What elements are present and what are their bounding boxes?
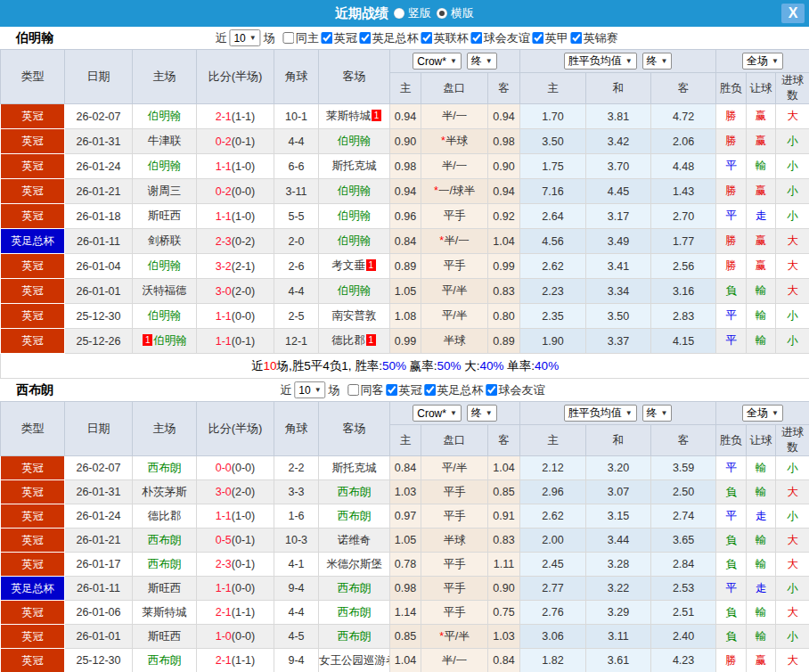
league-filter-4[interactable]: 球会友谊 xyxy=(471,30,530,46)
radio-checked-icon[interactable] xyxy=(437,8,447,19)
match-count-select[interactable]: 10▼ xyxy=(294,381,325,398)
corner-count: 10-1 xyxy=(274,104,319,129)
league-filter-5-checkbox[interactable] xyxy=(533,32,544,44)
layout-option-horizontal[interactable]: 横版 xyxy=(437,5,474,21)
fulltime-select-value: 全场 xyxy=(747,53,768,69)
league-filter-5[interactable]: 英甲 xyxy=(533,30,568,46)
avg-away-odds: 2.70 xyxy=(651,204,716,229)
corner-count: 1-6 xyxy=(274,504,319,529)
away-team: 伯明翰 xyxy=(319,229,390,254)
score-cell: 0-2(0-1) xyxy=(197,129,274,154)
home-team: 西布朗 xyxy=(133,553,197,577)
away-team: 诺维奇 xyxy=(319,529,390,553)
home-team: 牛津联 xyxy=(133,129,197,154)
final-odds-select[interactable]: 终▼ xyxy=(467,405,497,422)
away-odds: 0.94 xyxy=(488,104,520,129)
handicap-line: 平手 xyxy=(421,553,488,577)
league-type-badge: 英冠 xyxy=(1,304,65,329)
match-date: 26-01-21 xyxy=(65,179,133,204)
match-date: 26-01-31 xyxy=(65,480,133,504)
final-odds-select[interactable]: 终▼ xyxy=(467,53,497,70)
close-button[interactable]: X xyxy=(781,4,805,23)
league-filter-4-checkbox[interactable] xyxy=(471,32,483,44)
match-date: 26-01-31 xyxy=(65,129,133,154)
same-side-filter-checkbox[interactable] xyxy=(348,384,360,396)
goals-result: 小 xyxy=(776,204,809,229)
wdl-average-select[interactable]: 胜平负均值▼ xyxy=(564,405,637,422)
home-team-name: 伯明翰 xyxy=(148,160,182,172)
league-filter-2-checkbox[interactable] xyxy=(360,32,372,44)
league-filter-2-checkbox[interactable] xyxy=(425,384,437,396)
layout-option-vertical[interactable]: 竖版 xyxy=(394,5,431,21)
match-count-select[interactable]: 10▼ xyxy=(229,29,260,46)
away-team: 伯明翰 xyxy=(319,129,390,154)
score-cell: 2-1(1-1) xyxy=(197,649,274,672)
avg-away-odds: 2.53 xyxy=(651,577,716,601)
same-side-filter-checkbox[interactable] xyxy=(283,32,295,44)
handicap-result: 赢 xyxy=(747,129,776,154)
league-filter-6-checkbox[interactable] xyxy=(571,32,583,44)
same-side-filter[interactable]: 同客 xyxy=(348,382,384,398)
summary-segment: 40% xyxy=(480,359,504,373)
fulltime-score: 2-1 xyxy=(216,111,232,123)
bookmaker-select[interactable]: Crow*▼ xyxy=(413,405,462,422)
wdl-average-select[interactable]: 胜平负均值▼ xyxy=(564,53,637,70)
league-filter-3[interactable]: 英联杯 xyxy=(421,30,469,46)
handicap-line: *半球 xyxy=(421,129,488,154)
avg-draw-odds: 3.49 xyxy=(586,229,651,254)
header-row-groups: 类型日期主场比分(半场)角球客场Crow*▼终▼胜平负均值▼终▼全场▼ xyxy=(1,50,809,73)
league-filter-1-checkbox[interactable] xyxy=(387,384,398,396)
final-average-select[interactable]: 终▼ xyxy=(642,405,673,422)
away-odds: 0.92 xyxy=(488,204,520,229)
handicap-line: 半球 xyxy=(421,529,488,553)
col-type: 类型 xyxy=(1,50,65,104)
avg-away-odds: 2.84 xyxy=(651,553,716,577)
bookmaker-select[interactable]: Crow*▼ xyxy=(413,53,462,70)
red-card-badge: 1 xyxy=(372,110,381,121)
same-side-filter[interactable]: 同主 xyxy=(283,30,319,46)
league-filter-4-label: 球会友谊 xyxy=(484,30,530,46)
chevron-down-icon: ▼ xyxy=(249,34,257,42)
league-filter-3-checkbox[interactable] xyxy=(421,32,433,44)
fulltime-select[interactable]: 全场▼ xyxy=(742,53,783,70)
home-odds: 0.97 xyxy=(390,504,421,529)
final-average-select[interactable]: 终▼ xyxy=(642,53,673,70)
league-filter-3[interactable]: 球会友谊 xyxy=(486,382,545,398)
handicap-result: 輸 xyxy=(747,329,776,354)
match-date: 26-01-24 xyxy=(65,154,133,179)
corner-count: 3-3 xyxy=(274,480,319,504)
col-avg-draw: 和 xyxy=(586,73,651,104)
handicap-line: *平/半 xyxy=(421,625,488,649)
away-odds: 0.84 xyxy=(488,649,520,672)
league-filter-3-checkbox[interactable] xyxy=(486,384,498,396)
same-side-filter-label: 同客 xyxy=(361,382,384,398)
avg-draw-odds: 3.70 xyxy=(586,154,651,179)
league-filter-2[interactable]: 英足总杯 xyxy=(425,382,484,398)
league-filter-1-checkbox[interactable] xyxy=(322,32,333,44)
league-filter-1[interactable]: 英冠 xyxy=(387,382,422,398)
radio-unchecked-icon[interactable] xyxy=(394,8,404,19)
col-handicap: 盘口 xyxy=(421,73,488,104)
match-date: 26-02-07 xyxy=(65,104,133,129)
wdl-result: 勝 xyxy=(716,229,747,254)
avg-away-odds: 4.15 xyxy=(651,329,716,354)
wdl-result: 勝 xyxy=(716,254,747,279)
handicap-line: 半/一 xyxy=(421,104,488,129)
halftime-score: (1-0) xyxy=(232,510,255,522)
league-filter-2-label: 英足总杯 xyxy=(437,382,484,398)
match-date: 26-01-01 xyxy=(65,625,133,649)
league-filter-1[interactable]: 英冠 xyxy=(322,30,357,46)
league-type-badge: 英冠 xyxy=(1,649,65,672)
fulltime-score: 2-3 xyxy=(216,558,232,570)
league-type-badge: 英冠 xyxy=(1,456,65,480)
away-team: 考文垂1 xyxy=(319,254,390,279)
goals-result: 大 xyxy=(776,529,809,553)
fulltime-select[interactable]: 全场▼ xyxy=(742,405,783,422)
away-team: 斯托克城 xyxy=(319,154,390,179)
avg-draw-odds: 3.44 xyxy=(586,529,651,553)
league-filter-6[interactable]: 英锦赛 xyxy=(571,30,618,46)
league-filter-2[interactable]: 英足总杯 xyxy=(360,30,419,46)
col-avg-home: 主 xyxy=(520,73,586,104)
away-team: 德比郡1 xyxy=(319,329,390,354)
match-date: 26-01-24 xyxy=(65,504,133,529)
